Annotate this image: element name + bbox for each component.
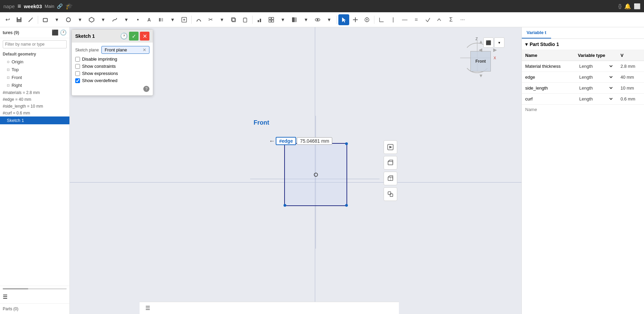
trim-dropdown-button[interactable]: ▾ — [216, 14, 227, 25]
section-view-button[interactable] — [384, 172, 397, 185]
constrain2-button[interactable] — [434, 14, 445, 25]
panel-history-icon[interactable]: 🕐 — [60, 29, 67, 36]
sketch-plane-selector[interactable]: Front plane ✕ — [101, 46, 149, 54]
shading-dropdown-button[interactable]: ▾ — [301, 14, 311, 25]
eye-dropdown-button[interactable]: ▾ — [324, 14, 335, 25]
svg-text:X: X — [494, 56, 496, 60]
bottom-list-button[interactable]: ☰ — [142, 303, 153, 314]
var-type-select[interactable]: Length Integer Any — [578, 96, 614, 102]
corner-tr — [345, 142, 348, 145]
point-tool-button[interactable]: • — [132, 14, 143, 25]
view-nav-up[interactable]: ▲ — [479, 39, 483, 44]
formula-button[interactable]: Σ — [446, 14, 456, 25]
window-icon[interactable]: ⬜ — [634, 3, 641, 10]
panel-expand-icon[interactable]: ⬛ — [52, 29, 59, 36]
box-view-button[interactable] — [384, 156, 397, 170]
table-row: edge Length Integer Any 40 mm — [522, 72, 644, 83]
grid-button[interactable] — [266, 14, 277, 25]
mirror-dropdown-button[interactable]: ▾ — [167, 14, 178, 25]
var-type-select[interactable]: Length Integer Any — [578, 63, 614, 69]
tree-item-origin[interactable]: ⊙ Origin — [0, 58, 69, 66]
svg-marker-6 — [89, 17, 94, 22]
paste-button[interactable] — [240, 14, 251, 25]
var-type-cell[interactable]: Length Integer Any — [575, 83, 617, 94]
svg-rect-2 — [17, 20, 21, 22]
sketch-ok-button[interactable]: ✓ — [129, 32, 139, 41]
equal-button[interactable]: = — [411, 14, 422, 25]
link-icon[interactable]: 🔗 — [57, 3, 63, 9]
var-type-cell[interactable]: Length Integer Any — [575, 61, 617, 72]
tree-item-front[interactable]: ⊡ Front — [0, 74, 69, 81]
disable-imprinting-checkbox[interactable] — [75, 57, 80, 62]
var-type-select[interactable]: Length Integer Any — [578, 85, 614, 91]
fit-button[interactable] — [179, 14, 190, 25]
rect-dropdown-button[interactable]: ▾ — [51, 14, 62, 25]
grid-dropdown-button[interactable]: ▾ — [277, 14, 288, 25]
var-type-cell[interactable]: Length Integer Any — [575, 72, 617, 83]
grad-icon[interactable]: 🎓 — [65, 2, 73, 10]
circle-tool-button[interactable] — [63, 14, 74, 25]
view-nav-left[interactable]: ◀ — [479, 47, 482, 52]
col-type-header: Variable type — [575, 50, 617, 61]
spline-tool-button[interactable] — [109, 14, 120, 25]
svg-rect-20 — [269, 17, 271, 19]
constrain1-button[interactable] — [422, 14, 433, 25]
tree-item-sketch1[interactable]: Sketch 1 — [0, 116, 69, 124]
notification-icon[interactable]: 🔔 — [624, 3, 631, 10]
save-button[interactable] — [14, 14, 25, 25]
tree-item-right[interactable]: ⊡ Right — [0, 81, 69, 89]
target-button[interactable] — [361, 14, 372, 25]
undo-button[interactable]: ↩ — [2, 14, 13, 25]
part-studio-header[interactable]: ▾ Part Studio 1 — [522, 39, 644, 50]
render-button[interactable] — [384, 140, 397, 154]
tree-item-top[interactable]: ⊡ Top — [0, 66, 69, 74]
line-tool-button[interactable] — [25, 14, 36, 25]
list-icon[interactable]: ☰ — [3, 294, 7, 300]
sketch-rectangle[interactable] — [284, 143, 347, 206]
polygon-tool-button[interactable] — [86, 14, 97, 25]
sketch-history-icon[interactable]: 🕐 — [120, 32, 128, 40]
dimension-button[interactable] — [376, 14, 387, 25]
sketch-plane-clear-button[interactable]: ✕ — [143, 47, 146, 52]
polygon-dropdown-button[interactable]: ▾ — [98, 14, 109, 25]
sketch-dialog: Sketch 1 🕐 ✓ ✕ Sketch plane Front plane … — [71, 29, 153, 96]
var-type-select[interactable]: Length Integer Any — [578, 74, 614, 80]
explode-button[interactable] — [384, 187, 397, 201]
svg-rect-1 — [18, 17, 20, 19]
3d-view-button[interactable]: ⬛ — [483, 37, 494, 48]
trim-button[interactable]: ✂ — [205, 14, 216, 25]
front-view-button[interactable]: Front — [470, 51, 491, 72]
search-input[interactable] — [3, 40, 67, 48]
show-expressions-checkbox[interactable] — [75, 71, 80, 76]
show-constraints-checkbox[interactable] — [75, 64, 80, 69]
vertical-dim-button[interactable]: | — [388, 14, 399, 25]
text-tool-button[interactable]: A — [144, 14, 155, 25]
view-nav-down[interactable]: ▼ — [479, 73, 483, 78]
show-overdefined-checkbox[interactable] — [75, 78, 80, 83]
help-icon[interactable]: ? — [143, 86, 149, 92]
var-type-cell[interactable]: Length Integer Any — [575, 94, 617, 105]
view-dropdown-button[interactable]: ▾ — [494, 37, 504, 48]
circle-dropdown-button[interactable]: ▾ — [75, 14, 85, 25]
spline-dropdown-button[interactable]: ▾ — [121, 14, 132, 25]
sketch-cancel-button[interactable]: ✕ — [140, 32, 149, 41]
variable-table-tab[interactable]: Variable t — [522, 27, 551, 38]
sketch-rect-container[interactable]: ← #edge 75.04681 mm — [250, 116, 380, 249]
new-variable-input[interactable] — [522, 105, 644, 114]
cross-select-button[interactable] — [350, 14, 361, 25]
rect-tool-button[interactable] — [40, 14, 51, 25]
code-icon[interactable]: {} — [618, 3, 622, 9]
mirror-tool-button[interactable] — [156, 14, 166, 25]
select-tool-button[interactable] — [338, 14, 349, 25]
svg-rect-44 — [388, 161, 393, 165]
copy-button[interactable] — [228, 14, 239, 25]
hamburger-icon[interactable]: ≡ — [17, 3, 21, 10]
svg-text:A: A — [147, 17, 151, 22]
more-button[interactable]: ··· — [457, 14, 468, 25]
bar-chart-button[interactable] — [254, 14, 265, 25]
eye-button[interactable] — [312, 14, 323, 25]
view-nav-right[interactable]: ▶ — [493, 47, 497, 52]
shading-button[interactable] — [289, 14, 300, 25]
horiz-dim-button[interactable]: — — [399, 14, 410, 25]
arc-tool-button[interactable] — [193, 14, 204, 25]
